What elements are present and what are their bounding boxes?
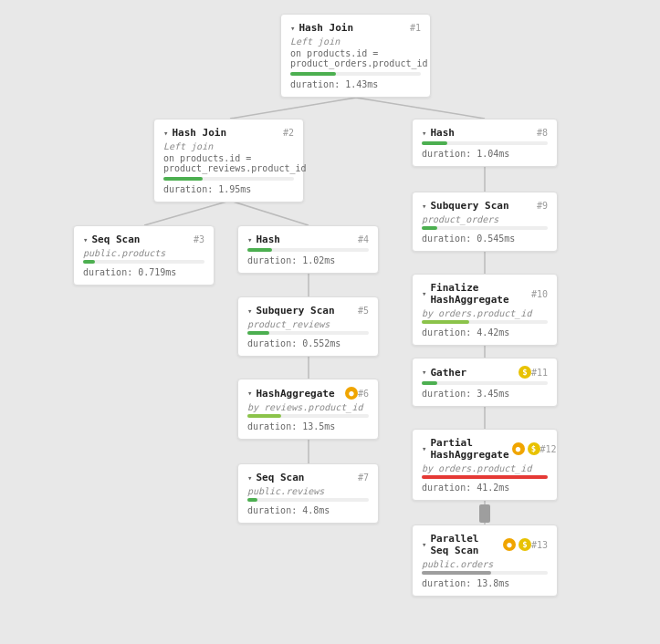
node-4-label: Hash bbox=[256, 234, 280, 245]
node-12-label: PartialHashAggregate bbox=[430, 437, 508, 461]
node-3[interactable]: ▾ Seq Scan #3 public.products duration: … bbox=[73, 225, 215, 286]
node-4[interactable]: ▾ Hash #4 duration: 1.02ms bbox=[237, 225, 379, 274]
node-5-label: Subquery Scan bbox=[256, 305, 334, 317]
node-6-duration: duration: 13.5ms bbox=[247, 421, 369, 431]
node-13-title: ▾ Parallel Seq Scan bbox=[422, 533, 500, 556]
node-11-label: Gather bbox=[430, 367, 466, 379]
node-2-progress-bg bbox=[163, 177, 294, 181]
node-12-sub: by orders.product_id bbox=[422, 463, 548, 473]
node-10[interactable]: ▾ Finalize HashAggregate #10 by orders.p… bbox=[412, 274, 558, 346]
node-12-id: #12 bbox=[540, 444, 557, 454]
node-13-progress-bg bbox=[422, 571, 548, 575]
node-8[interactable]: ▾ Hash #8 duration: 1.04ms bbox=[412, 119, 558, 167]
chevron-icon: ▾ bbox=[247, 389, 252, 398]
chevron-icon: ▾ bbox=[247, 306, 252, 316]
node-12[interactable]: ▾ PartialHashAggregate ● $ #12 by orders… bbox=[412, 429, 558, 501]
node-5-id: #5 bbox=[358, 306, 369, 316]
node-8-progress-fill bbox=[422, 141, 447, 145]
node-12-header: ▾ PartialHashAggregate ● $ #12 bbox=[422, 437, 548, 461]
node-9[interactable]: ▾ Subquery Scan #9 product_orders durati… bbox=[412, 192, 558, 252]
node-1-progress-bg bbox=[290, 72, 421, 76]
node-1-sub: Left join bbox=[290, 36, 421, 47]
node-4-header: ▾ Hash #4 bbox=[247, 234, 369, 245]
badge-orange-icon: ● bbox=[512, 442, 525, 455]
chevron-icon: ▾ bbox=[422, 368, 426, 377]
node-2-progress-fill bbox=[163, 177, 203, 181]
node-13-progress-fill bbox=[422, 571, 491, 575]
node-3-progress-fill bbox=[83, 260, 95, 264]
node-12-duration: duration: 41.2ms bbox=[422, 483, 548, 493]
badge-yellow-icon: $ bbox=[528, 442, 540, 455]
node-11[interactable]: ▾ Gather $ #11 duration: 3.45ms bbox=[412, 358, 558, 407]
node-4-progress-fill bbox=[247, 248, 272, 252]
badge-yellow-icon: $ bbox=[519, 366, 531, 379]
node-6-badges: ● #6 bbox=[342, 387, 369, 400]
node-7-header: ▾ Seq Scan #7 bbox=[247, 472, 369, 483]
node-6-title: ▾ HashAggregate bbox=[247, 388, 335, 400]
node-3-header: ▾ Seq Scan #3 bbox=[83, 234, 204, 245]
node-5[interactable]: ▾ Subquery Scan #5 product_reviews durat… bbox=[237, 296, 379, 357]
node-2-label: Hash Join bbox=[172, 127, 226, 139]
chevron-icon: ▾ bbox=[247, 235, 252, 244]
node-1-id: #1 bbox=[410, 23, 421, 33]
node-13[interactable]: ▾ Parallel Seq Scan ● $ #13 public.order… bbox=[412, 525, 558, 597]
node-6[interactable]: ▾ HashAggregate ● #6 by reviews.product_… bbox=[237, 379, 379, 440]
node-11-header: ▾ Gather $ #11 bbox=[422, 366, 548, 379]
node-12-progress-bg bbox=[422, 475, 548, 479]
node-2-detail: on products.id =product_reviews.product_… bbox=[163, 153, 294, 173]
badge-orange-icon: ● bbox=[503, 538, 516, 551]
node-2-duration: duration: 1.95ms bbox=[163, 184, 294, 194]
node-6-progress-bg bbox=[247, 414, 369, 418]
node-9-progress-bg bbox=[422, 226, 548, 230]
node-4-title: ▾ Hash bbox=[247, 234, 280, 245]
node-5-header: ▾ Subquery Scan #5 bbox=[247, 305, 369, 317]
node-3-progress-bg bbox=[83, 260, 204, 264]
node-13-id: #13 bbox=[531, 540, 548, 550]
chevron-icon: ▾ bbox=[290, 24, 295, 33]
chevron-icon: ▾ bbox=[422, 540, 426, 549]
node-11-badges: $ #11 bbox=[516, 366, 548, 379]
node-5-progress-bg bbox=[247, 331, 369, 335]
node-12-badges: ● $ #12 bbox=[509, 442, 557, 455]
node-13-duration: duration: 13.8ms bbox=[422, 578, 548, 588]
badge-orange-icon: ● bbox=[345, 387, 358, 400]
svg-line-3 bbox=[230, 201, 309, 225]
node-7[interactable]: ▾ Seq Scan #7 public.reviews duration: 4… bbox=[237, 463, 379, 524]
node-3-id: #3 bbox=[194, 234, 204, 244]
node-8-id: #8 bbox=[537, 128, 548, 138]
node-8-progress-bg bbox=[422, 141, 548, 145]
node-13-sub: public.orders bbox=[422, 559, 548, 569]
node-8-header: ▾ Hash #8 bbox=[422, 127, 548, 139]
chevron-icon: ▾ bbox=[163, 129, 168, 138]
node-3-duration: duration: 0.719ms bbox=[83, 267, 204, 277]
node-10-progress-fill bbox=[422, 320, 469, 324]
node-2-header: ▾ Hash Join #2 bbox=[163, 127, 294, 139]
node-7-id: #7 bbox=[358, 473, 369, 483]
node-4-id: #4 bbox=[358, 234, 369, 244]
node-1-title: ▾ Hash Join bbox=[290, 22, 353, 34]
node-13-label: Parallel Seq Scan bbox=[430, 533, 500, 556]
node-7-title: ▾ Seq Scan bbox=[247, 472, 304, 483]
node-10-duration: duration: 4.42ms bbox=[422, 327, 548, 338]
node-2-sub: Left join bbox=[163, 141, 294, 151]
node-8-title: ▾ Hash bbox=[422, 127, 455, 139]
node-10-progress-bg bbox=[422, 320, 548, 324]
node-6-label: HashAggregate bbox=[256, 388, 334, 400]
node-1[interactable]: ▾ Hash Join #1 Left join on products.id … bbox=[280, 14, 431, 98]
node-10-label: Finalize HashAggregate bbox=[430, 282, 531, 306]
node-9-header: ▾ Subquery Scan #9 bbox=[422, 200, 548, 212]
node-10-title: ▾ Finalize HashAggregate bbox=[422, 282, 531, 306]
node-5-title: ▾ Subquery Scan bbox=[247, 305, 335, 317]
node-11-title: ▾ Gather bbox=[422, 367, 466, 379]
node-4-duration: duration: 1.02ms bbox=[247, 255, 369, 265]
node-10-header: ▾ Finalize HashAggregate #10 bbox=[422, 282, 548, 306]
node-6-progress-fill bbox=[247, 414, 281, 418]
node-2-id: #2 bbox=[283, 128, 294, 138]
node-8-label: Hash bbox=[430, 127, 455, 139]
node-7-progress-bg bbox=[247, 498, 369, 502]
node-1-duration: duration: 1.43ms bbox=[290, 79, 421, 89]
node-2[interactable]: ▾ Hash Join #2 Left join on products.id … bbox=[153, 119, 304, 203]
node-13-header: ▾ Parallel Seq Scan ● $ #13 bbox=[422, 533, 548, 556]
svg-line-1 bbox=[356, 98, 485, 119]
chevron-icon: ▾ bbox=[422, 202, 426, 211]
